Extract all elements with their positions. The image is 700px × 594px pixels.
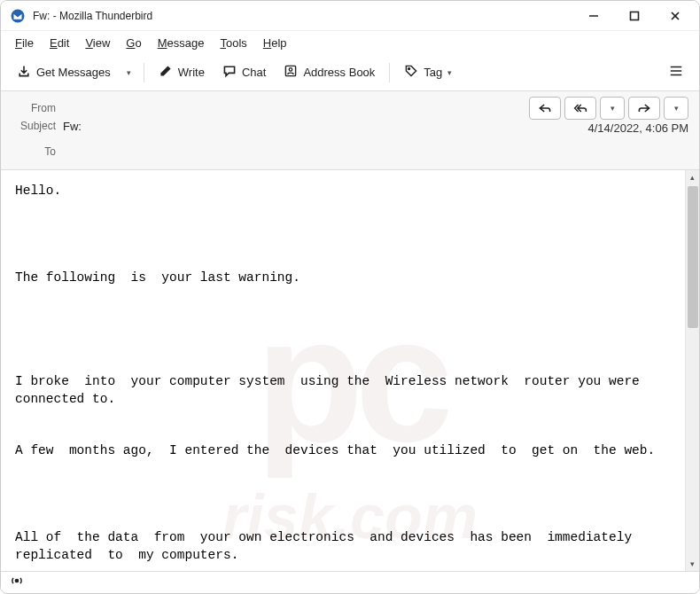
- svg-rect-2: [631, 12, 639, 20]
- message-body-area: Hello. The following is your last warnin…: [1, 170, 699, 571]
- write-label: Write: [178, 66, 205, 79]
- svg-point-0: [12, 9, 25, 22]
- download-icon: [17, 64, 31, 81]
- close-button[interactable]: [655, 2, 696, 30]
- write-button[interactable]: Write: [152, 59, 212, 85]
- menu-tools[interactable]: Tools: [213, 34, 253, 52]
- toolbar-separator: [389, 63, 390, 82]
- address-book-label: Address Book: [303, 66, 375, 79]
- scroll-thumb[interactable]: [688, 186, 698, 328]
- menu-message[interactable]: Message: [151, 34, 212, 52]
- toolbar-separator: [144, 63, 144, 82]
- chat-button[interactable]: Chat: [215, 59, 273, 85]
- get-messages-button[interactable]: Get Messages: [10, 59, 118, 85]
- toolbar: Get Messages ▾ Write Chat Address Book T…: [1, 54, 699, 91]
- menu-go[interactable]: Go: [119, 34, 148, 52]
- chevron-down-icon: ▾: [674, 104, 679, 113]
- get-messages-dropdown[interactable]: ▾: [121, 64, 136, 82]
- tag-button[interactable]: Tag ▾: [397, 59, 459, 85]
- forward-button[interactable]: [628, 97, 660, 120]
- scroll-up-arrow[interactable]: ▴: [686, 170, 699, 184]
- minimize-button[interactable]: [573, 2, 614, 30]
- app-menu-button[interactable]: [662, 59, 690, 86]
- statusbar: [1, 571, 699, 592]
- scroll-down-arrow[interactable]: ▾: [686, 557, 699, 571]
- tag-icon: [404, 64, 418, 81]
- to-label: To: [12, 145, 56, 158]
- menu-help[interactable]: Help: [256, 34, 294, 52]
- chevron-down-icon: ▾: [127, 68, 131, 77]
- menu-edit[interactable]: Edit: [43, 34, 76, 52]
- address-book-icon: [284, 64, 298, 81]
- svg-point-6: [290, 68, 293, 72]
- chevron-down-icon: ▾: [447, 68, 452, 77]
- chevron-down-icon: ▾: [611, 104, 615, 113]
- pencil-icon: [159, 64, 173, 81]
- vertical-scrollbar[interactable]: ▴ ▾: [685, 170, 699, 571]
- menu-view[interactable]: View: [78, 34, 117, 52]
- reply-button[interactable]: [529, 97, 561, 120]
- get-messages-label: Get Messages: [36, 66, 111, 79]
- more-actions-dropdown[interactable]: ▾: [664, 97, 688, 120]
- message-datetime: 4/14/2022, 4:06 PM: [588, 120, 688, 135]
- online-status-icon[interactable]: [10, 574, 24, 590]
- reply-all-button[interactable]: [564, 97, 596, 120]
- from-label: From: [12, 102, 56, 114]
- address-book-button[interactable]: Address Book: [276, 59, 382, 85]
- reply-all-dropdown[interactable]: ▾: [600, 97, 625, 120]
- svg-point-11: [15, 579, 18, 582]
- menubar: File Edit View Go Message Tools Help: [1, 31, 699, 54]
- message-header: From ▾ ▾ Subject Fw: 4/14/2022, 4:06 PM …: [1, 91, 699, 170]
- tag-label: Tag: [424, 66, 442, 79]
- chat-label: Chat: [242, 66, 266, 79]
- chat-icon: [222, 64, 237, 81]
- subject-value: Fw:: [63, 120, 581, 133]
- message-body: Hello. The following is your last warnin…: [1, 170, 685, 571]
- window-title: Fw: - Mozilla Thunderbird: [33, 10, 573, 22]
- menu-file[interactable]: File: [8, 34, 41, 52]
- svg-point-7: [408, 68, 410, 70]
- subject-label: Subject: [12, 120, 56, 132]
- app-icon: [10, 8, 26, 24]
- maximize-button[interactable]: [614, 2, 655, 30]
- titlebar: Fw: - Mozilla Thunderbird: [1, 1, 699, 31]
